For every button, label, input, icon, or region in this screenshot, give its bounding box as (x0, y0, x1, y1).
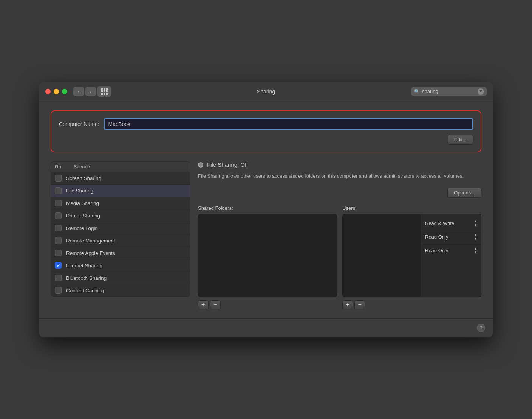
nav-buttons: ‹ › (73, 87, 96, 96)
status-title: File Sharing: Off (207, 161, 248, 168)
service-name-media-sharing: Media Sharing (66, 200, 99, 206)
shared-folders-list[interactable] (198, 214, 337, 297)
service-name-remote-management: Remote Management (66, 238, 115, 244)
col-on-header: On (55, 164, 74, 169)
folders-users-section: Shared Folders: + − Users: (198, 205, 481, 309)
arrow-up-0[interactable]: ▲ (474, 220, 477, 223)
users-controls: + − (342, 300, 481, 309)
col-service-header: Service (74, 164, 90, 169)
service-row-content-caching[interactable]: Content Caching (51, 284, 190, 296)
content-area: Computer Name: Edit... On Service S (39, 101, 493, 318)
titlebar: ‹ › Sharing 🔍 ✕ (39, 82, 493, 101)
add-user-button[interactable]: + (342, 300, 353, 309)
remove-user-button[interactable]: − (354, 300, 365, 309)
help-button[interactable]: ? (477, 324, 485, 332)
permission-arrows-0: ▲ ▼ (474, 220, 477, 227)
maximize-button[interactable] (62, 89, 67, 94)
checkmark-icon: ✓ (57, 263, 60, 268)
permission-arrows-2: ▲ ▼ (474, 247, 477, 254)
checkbox-file-sharing[interactable] (55, 187, 62, 194)
arrow-up-1[interactable]: ▲ (474, 233, 477, 237)
service-row-bluetooth-sharing[interactable]: Bluetooth Sharing (51, 272, 190, 284)
grid-icon (101, 88, 108, 95)
checkbox-screen-sharing[interactable] (55, 175, 62, 182)
permission-name-2: Read Only (425, 248, 448, 253)
search-input[interactable] (422, 88, 471, 94)
permissions-list: Read & Write ▲ ▼ Read Only ▲ (421, 214, 481, 297)
computer-name-row: Computer Name: (59, 118, 473, 130)
service-name-remote-login: Remote Login (66, 225, 98, 231)
edit-btn-row: Edit... (59, 135, 473, 145)
permission-item-0[interactable]: Read & Write ▲ ▼ (421, 217, 481, 230)
search-icon: 🔍 (414, 89, 420, 94)
description-text: File Sharing allows other users to acces… (198, 172, 481, 180)
remove-folder-button[interactable]: − (210, 300, 221, 309)
main-window: ‹ › Sharing 🔍 ✕ Computer Name: Edit... (39, 82, 493, 337)
service-row-printer-sharing[interactable]: Printer Sharing (51, 210, 190, 222)
computer-name-section: Computer Name: Edit... (51, 110, 481, 152)
checkbox-content-caching[interactable] (55, 287, 62, 294)
services-header: On Service (51, 162, 190, 172)
shared-folders-label: Shared Folders: (198, 205, 337, 211)
permission-item-2[interactable]: Read Only ▲ ▼ (421, 244, 481, 257)
search-box: 🔍 ✕ (411, 87, 487, 96)
service-name-remote-apple-events: Remote Apple Events (66, 250, 115, 256)
arrow-down-2[interactable]: ▼ (474, 251, 477, 254)
status-dot (198, 162, 203, 168)
users-area: Read & Write ▲ ▼ Read Only ▲ (342, 214, 481, 297)
services-panel: On Service Screen Sharing File Sharing (51, 161, 190, 309)
minimize-button[interactable] (54, 89, 59, 94)
checkbox-remote-management[interactable] (55, 237, 62, 244)
back-button[interactable]: ‹ (73, 87, 84, 96)
arrow-down-0[interactable]: ▼ (474, 223, 477, 227)
service-row-remote-login[interactable]: Remote Login (51, 222, 190, 234)
search-clear-button[interactable]: ✕ (478, 88, 484, 95)
checkbox-internet-sharing[interactable]: ✓ (55, 262, 62, 269)
checkbox-remote-apple-events[interactable] (55, 250, 62, 256)
options-button[interactable]: Options... (447, 188, 481, 198)
checkbox-media-sharing[interactable] (55, 200, 62, 206)
computer-name-input[interactable] (104, 118, 473, 130)
status-row: File Sharing: Off (198, 161, 481, 168)
edit-button[interactable]: Edit... (448, 135, 473, 145)
main-section: On Service Screen Sharing File Sharing (51, 161, 481, 309)
service-name-printer-sharing: Printer Sharing (66, 213, 100, 219)
users-list[interactable] (342, 214, 421, 297)
computer-name-label: Computer Name: (59, 121, 99, 127)
options-row: Options... (198, 188, 481, 198)
traffic-lights (45, 89, 67, 94)
service-row-screen-sharing[interactable]: Screen Sharing (51, 172, 190, 185)
checkbox-remote-login[interactable] (55, 225, 62, 231)
arrow-down-1[interactable]: ▼ (474, 237, 477, 241)
checkbox-bluetooth-sharing[interactable] (55, 275, 62, 281)
service-row-file-sharing[interactable]: File Sharing (51, 185, 190, 197)
bottom-bar: ? (39, 318, 493, 337)
service-row-media-sharing[interactable]: Media Sharing (51, 197, 190, 210)
window-title: Sharing (257, 88, 275, 95)
service-name-file-sharing: File Sharing (66, 188, 93, 194)
service-name-bluetooth-sharing: Bluetooth Sharing (66, 275, 107, 281)
service-name-internet-sharing: Internet Sharing (66, 263, 102, 268)
service-row-internet-sharing[interactable]: ✓ Internet Sharing (51, 259, 190, 272)
service-name-screen-sharing: Screen Sharing (66, 175, 101, 181)
arrow-up-2[interactable]: ▲ (474, 247, 477, 250)
services-table: On Service Screen Sharing File Sharing (51, 161, 190, 297)
add-folder-button[interactable]: + (198, 300, 209, 309)
permission-item-1[interactable]: Read Only ▲ ▼ (421, 230, 481, 244)
forward-button[interactable]: › (85, 87, 96, 96)
users-col: Users: Read & Write ▲ ▼ (342, 205, 481, 309)
service-row-remote-apple-events[interactable]: Remote Apple Events (51, 247, 190, 259)
checkbox-printer-sharing[interactable] (55, 212, 62, 219)
shared-folders-controls: + − (198, 300, 337, 309)
close-button[interactable] (45, 89, 51, 94)
users-label: Users: (342, 205, 481, 211)
permission-name-1: Read Only (425, 234, 448, 240)
service-name-content-caching: Content Caching (66, 288, 104, 293)
permission-name-0: Read & Write (425, 220, 454, 226)
service-row-remote-management[interactable]: Remote Management (51, 234, 190, 247)
grid-button[interactable] (97, 86, 111, 97)
detail-panel: File Sharing: Off File Sharing allows ot… (198, 161, 481, 309)
permission-arrows-1: ▲ ▼ (474, 233, 477, 241)
shared-folders-col: Shared Folders: + − (198, 205, 337, 309)
